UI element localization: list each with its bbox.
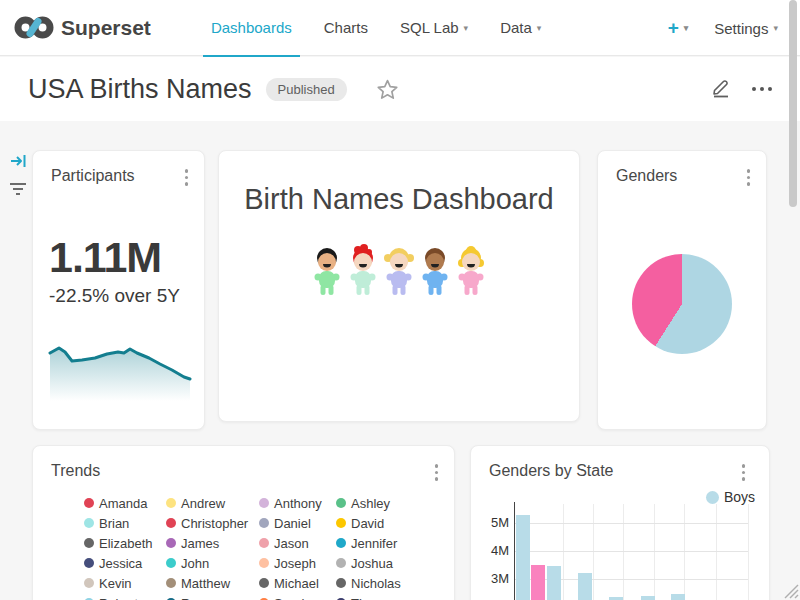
legend-dot-icon — [259, 538, 269, 548]
legend-dot-icon — [166, 558, 176, 568]
bar — [641, 596, 655, 600]
chevron-down-icon: ▾ — [464, 23, 469, 33]
legend-label: Jennifer — [351, 536, 397, 551]
chart-title: Trends — [51, 462, 100, 480]
chart-card-participants: Participants 1.11M -22.5% over 5Y — [32, 150, 205, 430]
legend-label: Brian — [99, 516, 129, 531]
gridline — [623, 504, 624, 600]
bar — [531, 565, 545, 600]
edit-pencil-icon[interactable] — [710, 76, 732, 102]
chevron-down-icon: ▾ — [684, 23, 689, 33]
chart-title: Participants — [51, 167, 135, 185]
legend-item-robert[interactable]: Robert — [84, 593, 166, 600]
brand[interactable]: Superset — [14, 14, 151, 41]
legend-dot-icon — [706, 491, 719, 504]
legend-item-jason[interactable]: Jason — [259, 533, 336, 553]
gridline — [684, 504, 685, 600]
legend-item-david[interactable]: David — [336, 513, 401, 533]
legend-dot-icon — [336, 578, 346, 588]
gridline — [748, 504, 749, 600]
resize-handle-icon[interactable] — [781, 581, 799, 599]
nav-item-data[interactable]: Data▾ — [492, 0, 549, 56]
nav-right: + ▾ Settings ▾ — [668, 0, 778, 56]
trends-legend: AmandaAndrewAnthonyAshleyBrianChristophe… — [84, 493, 401, 600]
legend-item-james[interactable]: James — [166, 533, 259, 553]
chevron-down-icon: ▾ — [773, 23, 778, 33]
legend-dot-icon — [166, 518, 176, 528]
legend-item-boys[interactable]: Boys — [706, 489, 755, 505]
vertical-scrollbar[interactable] — [789, 0, 797, 207]
legend-label: Elizabeth — [99, 536, 152, 551]
settings-label: Settings — [714, 20, 768, 37]
genders-pie-chart — [632, 254, 732, 354]
legend-label: Amanda — [99, 496, 147, 511]
chart-menu-icon[interactable] — [435, 464, 439, 481]
legend-item-jennifer[interactable]: Jennifer — [336, 533, 401, 553]
markdown-heading: Birth Names Dashboard — [219, 183, 579, 216]
legend-item-sarah[interactable]: Sarah — [259, 593, 336, 600]
bar — [516, 515, 530, 600]
legend-item-thomas[interactable]: Thomas — [336, 593, 401, 600]
dashboard-header: USA Births Names Published — [0, 57, 800, 121]
published-badge[interactable]: Published — [266, 78, 347, 101]
legend-item-joshua[interactable]: Joshua — [336, 553, 401, 573]
y-axis-line — [514, 502, 515, 600]
legend-dot-icon — [166, 498, 176, 508]
legend-item-matthew[interactable]: Matthew — [166, 573, 259, 593]
legend-dot-icon — [166, 578, 176, 588]
gridline — [654, 504, 655, 600]
add-new-button[interactable]: + ▾ — [668, 17, 689, 39]
legend-dot-icon — [336, 518, 346, 528]
legend-item-ashley[interactable]: Ashley — [336, 493, 401, 513]
chevron-down-icon: ▾ — [537, 23, 542, 33]
legend-item-amanda[interactable]: Amanda — [84, 493, 166, 513]
legend-label: Daniel — [274, 516, 311, 531]
participants-sparkline-chart — [48, 331, 192, 405]
legend-dot-icon — [336, 538, 346, 548]
legend-label: David — [351, 516, 384, 531]
legend-item-jessica[interactable]: Jessica — [84, 553, 166, 573]
chart-menu-icon[interactable] — [747, 169, 751, 186]
legend-dot-icon — [336, 558, 346, 568]
y-axis-tick-label: 5M — [483, 515, 509, 530]
gridline — [563, 504, 564, 600]
favorite-star-icon[interactable] — [377, 79, 398, 100]
nav-item-dashboards[interactable]: Dashboards — [203, 0, 300, 56]
gridline — [716, 504, 717, 600]
legend-item-michael[interactable]: Michael — [259, 573, 336, 593]
bar — [578, 573, 592, 600]
nav-menu: DashboardsChartsSQL Lab▾Data▾ — [195, 0, 557, 56]
expand-filter-bar-icon[interactable] — [10, 152, 28, 170]
nav-item-sql-lab[interactable]: SQL Lab▾ — [392, 0, 476, 56]
legend-dot-icon — [84, 538, 94, 548]
legend-dot-icon — [84, 498, 94, 508]
nav-item-label: Data — [500, 19, 532, 36]
legend-label: Joshua — [351, 556, 393, 571]
legend-item-joseph[interactable]: Joseph — [259, 553, 336, 573]
legend-item-brian[interactable]: Brian — [84, 513, 166, 533]
legend-item-andrew[interactable]: Andrew — [166, 493, 259, 513]
nav-item-charts[interactable]: Charts — [316, 0, 376, 56]
legend-label: Christopher — [181, 516, 248, 531]
filter-list-icon[interactable] — [8, 181, 28, 197]
legend-item-daniel[interactable]: Daniel — [259, 513, 336, 533]
big-number-value: 1.11M — [49, 233, 161, 282]
more-actions-icon[interactable] — [752, 87, 772, 91]
legend-dot-icon — [259, 518, 269, 528]
top-nav: Superset DashboardsChartsSQL Lab▾Data▾ +… — [0, 0, 800, 56]
legend-item-elizabeth[interactable]: Elizabeth — [84, 533, 166, 553]
legend-item-kevin[interactable]: Kevin — [84, 573, 166, 593]
legend-item-christopher[interactable]: Christopher — [166, 513, 259, 533]
bar — [547, 566, 561, 600]
legend-label: Jessica — [99, 556, 142, 571]
chart-menu-icon[interactable] — [185, 169, 189, 186]
chart-title: Genders — [616, 167, 677, 185]
legend-item-nicholas[interactable]: Nicholas — [336, 573, 401, 593]
children-illustration — [309, 241, 489, 301]
legend-item-ryan[interactable]: Ryan — [166, 593, 259, 600]
chart-card-genders-by-state: Genders by State Boys5M4M3M — [470, 445, 770, 600]
settings-menu[interactable]: Settings ▾ — [714, 20, 778, 37]
legend-item-john[interactable]: John — [166, 553, 259, 573]
gridline — [515, 523, 748, 524]
legend-item-anthony[interactable]: Anthony — [259, 493, 336, 513]
